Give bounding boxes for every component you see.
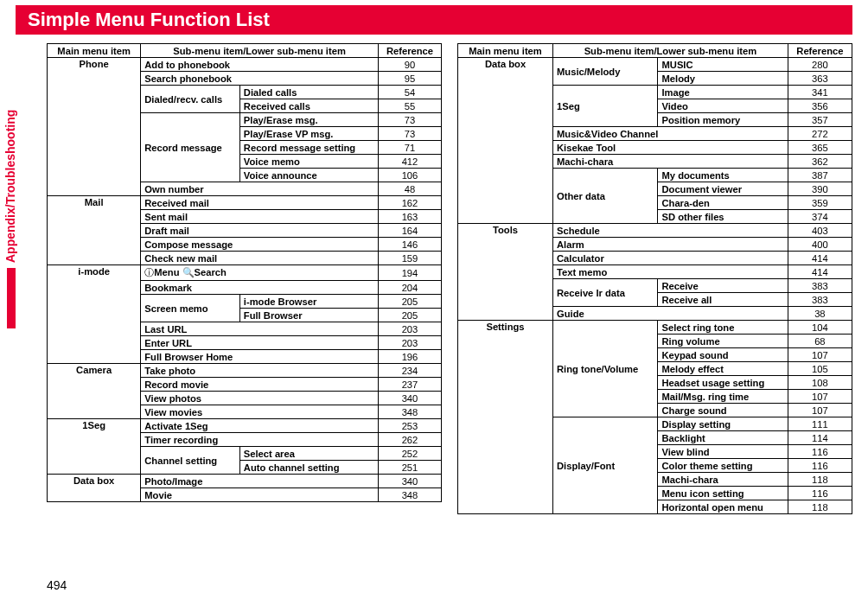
reference-cell: 90 xyxy=(378,58,441,72)
sub-menu-cell: Screen memo xyxy=(141,295,240,322)
reference-cell: 390 xyxy=(788,182,852,196)
sub-menu-cell: Other data xyxy=(553,169,658,224)
main-menu-cell: Data box xyxy=(48,475,141,502)
header-main: Main menu item xyxy=(48,44,141,58)
reference-cell: 162 xyxy=(378,196,441,210)
reference-cell: 146 xyxy=(378,238,441,252)
sub-menu-cell: Photo/Image xyxy=(141,475,379,488)
table-row: Data boxPhoto/Image340 xyxy=(48,475,442,488)
reference-cell: 340 xyxy=(378,475,441,488)
reference-cell: 359 xyxy=(788,196,852,210)
main-menu-cell: i-mode xyxy=(48,265,141,364)
table-row: 1SegActivate 1Seg253 xyxy=(48,419,442,433)
reference-cell: 251 xyxy=(378,461,441,475)
right-column: Main menu item Sub-menu item/Lower sub-m… xyxy=(457,43,852,514)
reference-cell: 383 xyxy=(788,279,852,293)
reference-cell: 400 xyxy=(788,238,852,252)
sub-menu-cell: Display/Font xyxy=(553,417,658,514)
sub-menu-cell: Enter URL xyxy=(141,336,379,350)
reference-cell: 280 xyxy=(788,58,852,72)
reference-cell: 237 xyxy=(378,378,441,392)
table-row: SettingsRing tone/VolumeSelect ring tone… xyxy=(458,321,852,335)
sub-menu-cell: Receive Ir data xyxy=(553,279,658,307)
sub-menu-cell: Activate 1Seg xyxy=(141,419,379,433)
sub-menu-cell: Record movie xyxy=(141,378,379,392)
reference-cell: 194 xyxy=(378,265,441,281)
lower-menu-cell: Color theme setting xyxy=(658,459,788,473)
table-row: ToolsSchedule403 xyxy=(458,224,852,238)
sub-menu-cell: Alarm xyxy=(553,238,788,252)
reference-cell: 163 xyxy=(378,210,441,224)
sub-menu-cell: Music/Melody xyxy=(553,58,658,86)
lower-menu-cell: Voice announce xyxy=(239,169,378,182)
reference-cell: 71 xyxy=(378,141,441,155)
sub-menu-cell: Take photo xyxy=(141,364,379,378)
sub-menu-cell: Last URL xyxy=(141,322,379,336)
lower-menu-cell: Full Browser xyxy=(239,309,378,322)
reference-cell: 357 xyxy=(788,113,852,127)
sub-menu-cell: Check new mail xyxy=(141,252,379,265)
reference-cell: 205 xyxy=(378,295,441,309)
reference-cell: 116 xyxy=(788,459,852,473)
main-menu-cell: Data box xyxy=(458,58,553,224)
lower-menu-cell: Dialed calls xyxy=(239,86,378,99)
reference-cell: 38 xyxy=(788,307,852,321)
lower-menu-cell: Machi-chara xyxy=(658,473,788,487)
reference-cell: 55 xyxy=(378,99,441,113)
page-number: 494 xyxy=(47,578,67,592)
reference-cell: 95 xyxy=(378,72,441,86)
lower-menu-cell: Received calls xyxy=(239,99,378,113)
reference-cell: 204 xyxy=(378,281,441,295)
lower-menu-cell: i-mode Browser xyxy=(239,295,378,309)
lower-menu-cell: MUSIC xyxy=(658,58,788,72)
header-ref: Reference xyxy=(378,44,441,58)
sub-menu-cell: 1Seg xyxy=(553,86,658,127)
lower-menu-cell: Play/Erase VP msg. xyxy=(239,127,378,141)
page-header: Simple Menu Function List xyxy=(16,5,852,35)
reference-cell: 116 xyxy=(788,487,852,500)
header-main: Main menu item xyxy=(458,44,553,58)
reference-cell: 164 xyxy=(378,224,441,238)
reference-cell: 374 xyxy=(788,210,852,224)
reference-cell: 252 xyxy=(378,447,441,461)
lower-menu-cell: View blind xyxy=(658,445,788,459)
lower-menu-cell: Display setting xyxy=(658,417,788,431)
main-menu-cell: Camera xyxy=(48,364,141,419)
left-column: Main menu item Sub-menu item/Lower sub-m… xyxy=(47,43,442,514)
lower-menu-cell: Image xyxy=(658,86,788,99)
sub-menu-cell: Record message xyxy=(141,113,240,182)
sub-menu-cell: Channel setting xyxy=(141,447,240,475)
lower-menu-cell: Play/Erase msg. xyxy=(239,113,378,127)
lower-menu-cell: Position memory xyxy=(658,113,788,127)
reference-cell: 348 xyxy=(378,488,441,502)
reference-cell: 107 xyxy=(788,404,852,417)
reference-cell: 105 xyxy=(788,362,852,376)
sub-menu-cell: Full Browser Home xyxy=(141,350,379,364)
reference-cell: 253 xyxy=(378,419,441,433)
lower-menu-cell: Receive all xyxy=(658,293,788,307)
search-icon: 🔍 xyxy=(182,267,195,278)
reference-cell: 73 xyxy=(378,113,441,127)
sub-menu-cell: Own number xyxy=(141,182,379,196)
reference-cell: 340 xyxy=(378,392,441,405)
main-menu-cell: Mail xyxy=(48,196,141,265)
reference-cell: 118 xyxy=(788,500,852,514)
sub-menu-cell: Draft mail xyxy=(141,224,379,238)
lower-menu-cell: Headset usage setting xyxy=(658,376,788,390)
table-header-row: Main menu item Sub-menu item/Lower sub-m… xyxy=(458,44,852,58)
sub-menu-cell: Sent mail xyxy=(141,210,379,224)
reference-cell: 108 xyxy=(788,376,852,390)
lower-menu-cell: Charge sound xyxy=(658,404,788,417)
lower-menu-cell: Chara-den xyxy=(658,196,788,210)
lower-menu-cell: Auto channel setting xyxy=(239,461,378,475)
reference-cell: 107 xyxy=(788,390,852,404)
reference-cell: 104 xyxy=(788,321,852,335)
lower-menu-cell: Horizontal open menu xyxy=(658,500,788,514)
lower-menu-cell: Melody effect xyxy=(658,362,788,376)
main-menu-cell: Settings xyxy=(458,321,553,514)
table-row: MailReceived mail162 xyxy=(48,196,442,210)
reference-cell: 362 xyxy=(788,155,852,169)
header-sub: Sub-menu item/Lower sub-menu item xyxy=(553,44,788,58)
menu-text: Menu xyxy=(154,267,179,277)
lower-menu-cell: My documents xyxy=(658,169,788,182)
